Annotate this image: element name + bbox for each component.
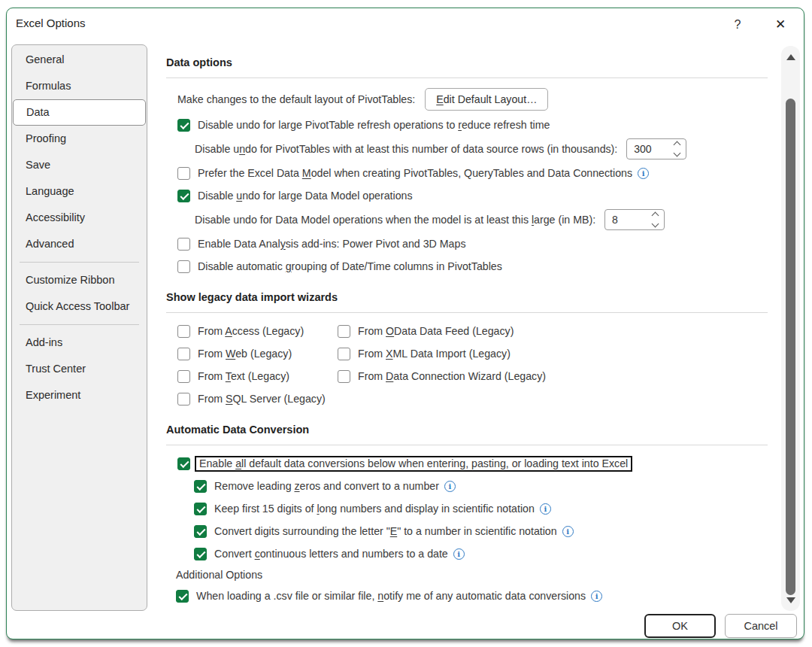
from-access-row: From Access (Legacy) bbox=[166, 320, 338, 342]
from-text-label[interactable]: From Text (Legacy) bbox=[198, 370, 289, 382]
sidebar-item-general[interactable]: General bbox=[12, 47, 147, 73]
info-icon[interactable]: i bbox=[444, 481, 456, 492]
sidebar-item-quick-access-toolbar[interactable]: Quick Access Toolbar bbox=[12, 293, 147, 320]
sidebar-item-save[interactable]: Save bbox=[12, 152, 147, 178]
disable-undo-pivot-checkbox[interactable] bbox=[177, 119, 190, 132]
enable-all-conversions-label[interactable]: Enable all default data conversions belo… bbox=[195, 456, 632, 472]
ok-button[interactable]: OK bbox=[644, 614, 716, 638]
csv-notify-label[interactable]: When loading a .csv file or similar file… bbox=[196, 590, 586, 602]
disable-grouping-row: Disable automatic grouping of Date/Time … bbox=[166, 255, 768, 278]
sidebar-item-language[interactable]: Language bbox=[12, 178, 147, 205]
scrollbar-up-arrow-icon[interactable] bbox=[781, 49, 800, 65]
data-model-size-spinner-value[interactable]: 8 bbox=[605, 214, 653, 226]
disable-undo-data-model-row: Disable undo for large Data Model operat… bbox=[166, 184, 768, 207]
section-separator bbox=[166, 77, 768, 78]
from-odata-label[interactable]: From OData Data Feed (Legacy) bbox=[358, 325, 514, 337]
disable-undo-pivot-label[interactable]: Disable undo for large PivotTable refres… bbox=[198, 119, 550, 131]
info-icon[interactable]: i bbox=[638, 168, 649, 179]
title-bar: Excel Options ? ✕ bbox=[7, 8, 804, 41]
from-sql-checkbox[interactable] bbox=[177, 393, 190, 406]
csv-notify-row: When loading a .csv file or similar file… bbox=[166, 585, 768, 607]
remove-zeros-checkbox[interactable] bbox=[194, 480, 207, 493]
keep-digits-checkbox[interactable] bbox=[194, 503, 207, 515]
prefer-data-model-label[interactable]: Prefer the Excel Data Model when creatin… bbox=[198, 167, 632, 179]
from-xml-row: From XML Data Import (Legacy) bbox=[338, 342, 768, 365]
section-heading-legacy-wizards: Show legacy data import wizards bbox=[166, 288, 768, 306]
from-odata-checkbox[interactable] bbox=[338, 325, 350, 338]
additional-options-label: Additional Options bbox=[166, 565, 768, 585]
from-web-label[interactable]: From Web (Legacy) bbox=[198, 348, 292, 360]
sidebar-item-add-ins[interactable]: Add-ins bbox=[12, 330, 147, 356]
scrollbar-down-arrow-icon[interactable] bbox=[781, 592, 800, 609]
from-text-checkbox[interactable] bbox=[177, 370, 190, 383]
info-icon[interactable]: i bbox=[540, 503, 551, 515]
dialog-title: Excel Options bbox=[16, 17, 86, 29]
help-icon[interactable]: ? bbox=[727, 15, 748, 35]
sidebar-item-formulas[interactable]: Formulas bbox=[12, 73, 147, 99]
keep-digits-row: Keep first 15 digits of long numbers and… bbox=[166, 497, 768, 520]
edit-default-layout-button[interactable]: Edit Default Layout… bbox=[425, 88, 548, 111]
from-xml-checkbox[interactable] bbox=[338, 348, 350, 360]
sidebar-item-experiment[interactable]: Experiment bbox=[12, 382, 147, 409]
pivot-layout-row: Make changes to the default layout of Pi… bbox=[166, 85, 768, 114]
sidebar-item-data[interactable]: Data bbox=[13, 99, 146, 126]
from-sql-row: From SQL Server (Legacy) bbox=[166, 387, 338, 410]
scrollbar-thumb[interactable] bbox=[786, 99, 795, 595]
csv-notify-checkbox[interactable] bbox=[176, 590, 189, 603]
section-separator bbox=[166, 312, 768, 313]
from-access-checkbox[interactable] bbox=[177, 325, 190, 338]
convert-e-checkbox[interactable] bbox=[194, 525, 207, 538]
from-dcw-row: From Data Connection Wizard (Legacy) bbox=[338, 365, 768, 387]
disable-grouping-label[interactable]: Disable automatic grouping of Date/Time … bbox=[198, 260, 502, 272]
remove-zeros-label[interactable]: Remove leading zeros and convert to a nu… bbox=[214, 480, 439, 492]
info-icon[interactable]: i bbox=[453, 548, 465, 560]
convert-date-label[interactable]: Convert continuous letters and numbers t… bbox=[214, 548, 448, 560]
scrollbar[interactable] bbox=[781, 46, 800, 611]
from-web-checkbox[interactable] bbox=[177, 348, 190, 360]
from-xml-label[interactable]: From XML Data Import (Legacy) bbox=[358, 348, 511, 360]
from-sql-label[interactable]: From SQL Server (Legacy) bbox=[198, 393, 326, 405]
section-heading-auto-conversion: Automatic Data Conversion bbox=[166, 421, 768, 439]
enable-all-conversions-checkbox[interactable] bbox=[177, 457, 190, 470]
from-access-label[interactable]: From Access (Legacy) bbox=[198, 325, 304, 337]
from-web-row: From Web (Legacy) bbox=[166, 342, 338, 365]
disable-undo-data-model-label[interactable]: Disable undo for large Data Model operat… bbox=[198, 190, 413, 202]
info-icon[interactable]: i bbox=[591, 591, 602, 602]
prefer-data-model-checkbox[interactable] bbox=[177, 167, 190, 180]
pivot-layout-label: Make changes to the default layout of Pi… bbox=[177, 93, 415, 105]
sidebar-item-customize-ribbon[interactable]: Customize Ribbon bbox=[12, 267, 147, 293]
data-model-size-label: Disable undo for Data Model operations w… bbox=[195, 214, 595, 226]
sidebar-item-advanced[interactable]: Advanced bbox=[12, 231, 147, 257]
spinner-down-icon[interactable] bbox=[674, 150, 681, 157]
enable-analysis-label[interactable]: Enable Data Analysis add-ins: Power Pivo… bbox=[198, 238, 465, 250]
keep-digits-label[interactable]: Keep first 15 digits of long numbers and… bbox=[214, 503, 535, 515]
pivot-rows-spinner[interactable]: 300 bbox=[626, 138, 686, 159]
info-icon[interactable]: i bbox=[562, 526, 574, 537]
legacy-wizards-grid: From Access (Legacy) From Web (Legacy) F… bbox=[166, 320, 768, 410]
sidebar-divider bbox=[20, 262, 139, 263]
prefer-data-model-row: Prefer the Excel Data Model when creatin… bbox=[166, 162, 768, 184]
close-icon[interactable]: ✕ bbox=[769, 14, 792, 35]
data-model-size-row: Disable undo for Data Model operations w… bbox=[166, 207, 768, 232]
disable-grouping-checkbox[interactable] bbox=[177, 260, 190, 273]
from-dcw-checkbox[interactable] bbox=[338, 370, 350, 383]
sidebar-divider bbox=[20, 324, 139, 325]
cancel-button[interactable]: Cancel bbox=[725, 614, 797, 638]
spinner-up-icon[interactable] bbox=[652, 212, 659, 220]
section-separator bbox=[166, 445, 768, 445]
sidebar-item-accessibility[interactable]: Accessibility bbox=[12, 205, 147, 231]
from-odata-row: From OData Data Feed (Legacy) bbox=[338, 320, 768, 342]
from-dcw-label[interactable]: From Data Connection Wizard (Legacy) bbox=[358, 370, 546, 382]
data-model-size-spinner[interactable]: 8 bbox=[604, 209, 665, 230]
spinner-down-icon[interactable] bbox=[652, 220, 659, 228]
sidebar-item-proofing[interactable]: Proofing bbox=[12, 126, 147, 152]
sidebar-item-trust-center[interactable]: Trust Center bbox=[12, 356, 147, 382]
pivot-rows-threshold-row: Disable undo for PivotTables with at lea… bbox=[166, 136, 768, 162]
convert-date-checkbox[interactable] bbox=[194, 548, 207, 560]
disable-undo-data-model-checkbox[interactable] bbox=[177, 190, 190, 202]
spinner-up-icon[interactable] bbox=[674, 141, 681, 149]
disable-undo-pivot-row: Disable undo for large PivotTable refres… bbox=[166, 114, 768, 136]
pivot-rows-spinner-value[interactable]: 300 bbox=[627, 143, 674, 155]
convert-e-label[interactable]: Convert digits surrounding the letter "E… bbox=[214, 525, 557, 537]
enable-analysis-checkbox[interactable] bbox=[177, 238, 190, 251]
